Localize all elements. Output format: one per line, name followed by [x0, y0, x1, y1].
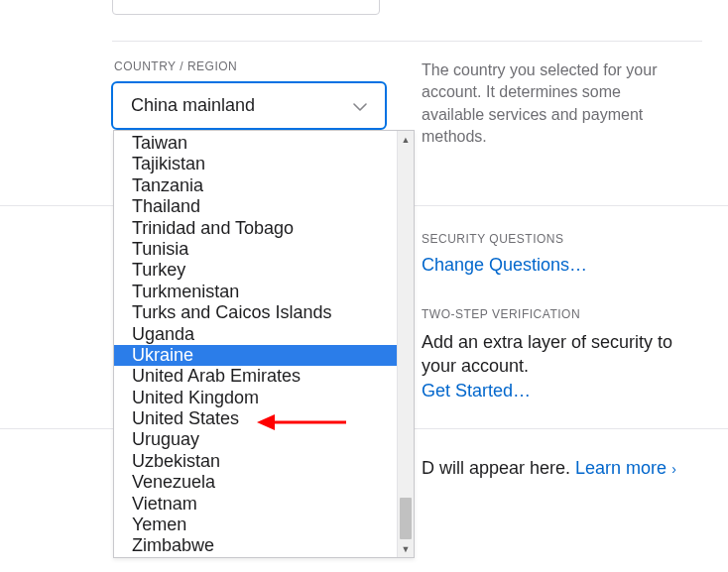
- security-questions-label: SECURITY QUESTIONS: [422, 232, 563, 246]
- two-step-verification-label: TWO-STEP VERIFICATION: [422, 307, 580, 321]
- country-option[interactable]: United Kingdom: [114, 388, 397, 408]
- country-option[interactable]: Tajikistan: [114, 154, 397, 174]
- country-region-select[interactable]: China mainland: [111, 81, 387, 130]
- country-region-dropdown[interactable]: TaiwanTajikistanTanzaniaThailandTrinidad…: [113, 130, 415, 558]
- scroll-up-arrow-icon[interactable]: ▲: [398, 131, 414, 148]
- country-option[interactable]: United States: [114, 408, 397, 429]
- learn-more-link[interactable]: Learn more: [575, 458, 667, 478]
- two-step-verification-desc: Add an extra layer of security to your a…: [422, 330, 679, 379]
- country-option[interactable]: United Arab Emirates: [114, 366, 397, 387]
- country-option[interactable]: Uruguay: [114, 429, 397, 450]
- chevron-down-icon: [353, 96, 367, 116]
- country-region-selected-value: China mainland: [131, 95, 255, 116]
- dropdown-scrollbar[interactable]: ▲ ▼: [397, 131, 414, 557]
- country-option[interactable]: Turkey: [114, 260, 397, 281]
- divider: [112, 41, 702, 42]
- country-option[interactable]: Yemen: [114, 515, 397, 535]
- country-option[interactable]: Ukraine: [114, 345, 397, 366]
- country-option[interactable]: Venezuela: [114, 472, 397, 493]
- scroll-thumb[interactable]: [400, 498, 412, 539]
- country-option[interactable]: Zimbabwe: [114, 535, 397, 556]
- country-option[interactable]: Uzbekistan: [114, 451, 397, 472]
- country-option[interactable]: Turkmenistan: [114, 282, 397, 302]
- country-option[interactable]: Taiwan: [114, 133, 397, 154]
- scroll-down-arrow-icon[interactable]: ▼: [398, 540, 414, 557]
- country-option[interactable]: Uganda: [114, 324, 397, 345]
- chevron-right-icon: ›: [671, 461, 676, 477]
- country-option[interactable]: Vietnam: [114, 494, 397, 515]
- country-region-label: COUNTRY / REGION: [114, 59, 237, 73]
- previous-field-stub: [112, 0, 380, 15]
- change-questions-link[interactable]: Change Questions…: [422, 255, 587, 276]
- country-option[interactable]: Trinidad and Tobago: [114, 218, 397, 239]
- footer-text-fragment: D will appear here.: [422, 458, 575, 478]
- country-option[interactable]: Tanzania: [114, 175, 397, 196]
- country-option[interactable]: Tunisia: [114, 239, 397, 260]
- footer-text: D will appear here. Learn more ›: [422, 458, 676, 479]
- country-region-option-list: TaiwanTajikistanTanzaniaThailandTrinidad…: [114, 131, 397, 557]
- country-region-help: The country you selected for your accoun…: [422, 59, 679, 149]
- country-option[interactable]: Thailand: [114, 196, 397, 217]
- country-option[interactable]: Turks and Caicos Islands: [114, 302, 397, 323]
- get-started-link[interactable]: Get Started…: [422, 381, 531, 401]
